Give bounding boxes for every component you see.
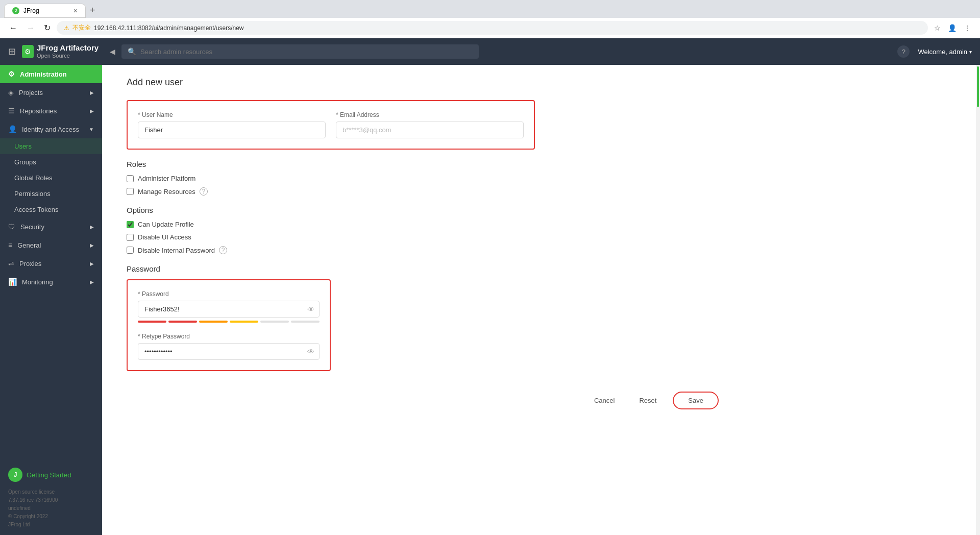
scrollbar-thumb[interactable] <box>977 66 979 107</box>
option-disable-password-row: Disable Internal Password ? <box>127 246 535 254</box>
profile-button[interactable]: 👤 <box>945 22 960 34</box>
sidebar-item-groups[interactable]: Groups <box>0 154 102 170</box>
page-title: Add new user <box>127 77 951 88</box>
password-eye-icon[interactable]: 👁 <box>307 305 314 313</box>
back-button[interactable]: ← <box>6 21 20 35</box>
option-disable-ui-checkbox[interactable] <box>127 234 134 241</box>
strength-segment-1 <box>138 321 166 323</box>
save-button[interactable]: Save <box>673 392 719 409</box>
cancel-button[interactable]: Cancel <box>586 393 623 408</box>
license-line1: Open source license <box>8 488 94 496</box>
role-administer-label: Administer Platform <box>138 175 195 182</box>
url-text: 192.168.42.111:8082/ui/admin/management/… <box>94 25 244 32</box>
reload-button[interactable]: ↻ <box>41 21 54 35</box>
option-update-profile-label: Can Update Profile <box>138 221 194 228</box>
security-chevron-icon: ▶ <box>90 224 94 230</box>
manage-help-icon[interactable]: ? <box>200 187 208 196</box>
roles-heading: Roles <box>127 160 535 168</box>
password-heading: Password <box>127 264 535 273</box>
strength-segment-4 <box>230 321 258 323</box>
forward-button[interactable]: → <box>23 21 38 35</box>
sidebar: ⚙ Administration ◈ Projects ▶ ☰ Reposito… <box>0 65 102 535</box>
access-tokens-label: Access Tokens <box>14 206 58 213</box>
monitoring-icon: 📊 <box>8 278 17 286</box>
new-tab-button[interactable]: + <box>88 3 97 18</box>
repositories-chevron-icon: ▶ <box>90 108 94 114</box>
sidebar-item-permissions[interactable]: Permissions <box>0 186 102 202</box>
sidebar-item-global-roles[interactable]: Global Roles <box>0 170 102 186</box>
strength-segment-2 <box>168 321 197 323</box>
license-line5: JFrog Ltd <box>8 521 94 529</box>
reset-button[interactable]: Reset <box>631 393 665 408</box>
main-wrapper: ⚙ Administration ◈ Projects ▶ ☰ Reposito… <box>0 65 980 535</box>
projects-chevron-icon: ▶ <box>90 90 94 95</box>
username-label: * User Name <box>138 111 326 118</box>
search-input[interactable] <box>140 48 473 56</box>
option-disable-ui-label: Disable UI Access <box>138 233 191 241</box>
projects-label: Projects <box>19 89 43 96</box>
app: ⊞ ⚙ JFrog Artifactory Open Source ◀ 🔍 ? … <box>0 38 980 535</box>
logo-text-group: JFrog Artifactory Open Source <box>37 43 99 59</box>
tab-bar: J JFrog × + <box>0 0 980 18</box>
welcome-text: Welcome, admin <box>918 48 967 56</box>
email-label: * Email Address <box>336 111 524 118</box>
search-icon: 🔍 <box>128 47 136 56</box>
monitoring-chevron-icon: ▶ <box>90 279 94 285</box>
role-manage-checkbox[interactable] <box>127 188 134 195</box>
password-box: * Password 👁 <box>127 279 331 371</box>
username-input[interactable] <box>138 121 326 138</box>
option-update-profile-checkbox[interactable] <box>127 221 134 228</box>
user-welcome[interactable]: Welcome, admin ▾ <box>918 48 972 56</box>
roles-section: Roles Administer Platform Manage Resourc… <box>127 160 535 196</box>
sidebar-item-projects[interactable]: ◈ Projects ▶ <box>0 83 102 102</box>
sidebar-item-security[interactable]: 🛡 Security ▶ <box>0 217 102 236</box>
repositories-icon: ☰ <box>8 107 15 115</box>
users-label: Users <box>14 142 32 150</box>
sidebar-item-identity-and-access[interactable]: 👤 Identity and Access ▼ <box>0 120 102 138</box>
active-tab[interactable]: J JFrog × <box>4 4 86 18</box>
sidebar-collapse-icon[interactable]: ◀ <box>110 47 115 56</box>
url-bar[interactable]: ⚠ 不安全 192.168.42.111:8082/ui/admin/manag… <box>57 21 928 35</box>
retype-label: * Retype Password <box>138 333 320 340</box>
identity-icon: 👤 <box>8 125 17 133</box>
menu-button[interactable]: ⋮ <box>961 22 974 34</box>
jfrog-avatar: J <box>8 468 22 482</box>
logo-main: JFrog Artifactory <box>37 43 99 53</box>
security-warning-text: 不安全 <box>72 23 91 32</box>
nav-actions: ☆ 👤 ⋮ <box>931 22 974 34</box>
required-fields-box: * User Name * Email Address <box>127 100 535 150</box>
password-strength-bar <box>138 321 320 323</box>
retype-input-wrapper: 👁 <box>138 343 320 360</box>
retype-input[interactable] <box>138 343 320 360</box>
options-heading: Options <box>127 206 535 214</box>
retype-eye-icon[interactable]: 👁 <box>307 348 314 356</box>
global-roles-label: Global Roles <box>14 174 52 182</box>
disable-password-help-icon[interactable]: ? <box>219 246 227 254</box>
strength-segment-6 <box>291 321 320 323</box>
help-icon[interactable]: ? <box>897 45 910 58</box>
password-input[interactable] <box>138 301 320 318</box>
role-manage-label: Manage Resources <box>138 188 195 196</box>
email-input[interactable] <box>336 121 524 138</box>
sidebar-item-access-tokens[interactable]: Access Tokens <box>0 202 102 217</box>
gear-icon-badge: ⚙ <box>22 45 34 58</box>
strength-segment-5 <box>260 321 289 323</box>
grid-icon[interactable]: ⊞ <box>8 46 16 57</box>
bookmark-button[interactable]: ☆ <box>931 22 944 34</box>
sidebar-item-monitoring[interactable]: 📊 Monitoring ▶ <box>0 273 102 291</box>
tab-favicon: J <box>12 7 19 14</box>
option-disable-password-checkbox[interactable] <box>127 247 134 254</box>
role-administer-checkbox[interactable] <box>127 175 134 182</box>
sidebar-item-administration[interactable]: ⚙ Administration <box>0 65 102 83</box>
sidebar-item-proxies[interactable]: ⇌ Proxies ▶ <box>0 254 102 273</box>
getting-started-item[interactable]: J Getting Started <box>8 464 94 486</box>
sidebar-item-repositories[interactable]: ☰ Repositories ▶ <box>0 102 102 120</box>
proxies-icon: ⇌ <box>8 259 14 268</box>
options-section: Options Can Update Profile Disable UI Ac… <box>127 206 535 254</box>
content-inner: Add new user * User Name * Email Address <box>102 65 976 535</box>
sidebar-item-users[interactable]: Users <box>0 138 102 154</box>
form-actions: Cancel Reset Save <box>127 383 739 409</box>
tab-close-icon[interactable]: × <box>74 7 78 15</box>
sidebar-item-general[interactable]: ≡ General ▶ <box>0 236 102 254</box>
password-label: * Password <box>138 290 320 298</box>
